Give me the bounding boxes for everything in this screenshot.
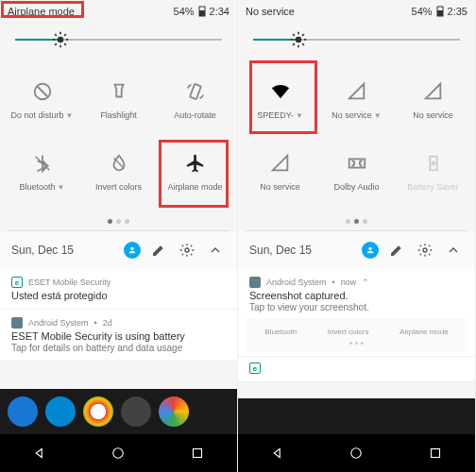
tile-signal-3[interactable]: No service [242,136,318,208]
svg-rect-13 [190,84,201,99]
tile-airplane[interactable]: Airplane mode [157,136,233,208]
battery-text: 54% [174,6,195,17]
battery-text: 54% [412,6,433,17]
signal-icon [422,80,445,103]
airplane-icon [184,152,207,175]
screenshot-preview: BluetoothInvert colorsAirplane mode [246,318,468,352]
app-camera[interactable] [121,396,151,427]
phone-left: Airplane mode 54% 2:34 Do not disturb▼ F… [0,0,238,472]
chevron-up-icon[interactable] [205,240,226,261]
svg-point-16 [130,247,133,250]
svg-point-22 [296,37,302,43]
tile-wifi[interactable]: SPEEDY-▼ [242,64,318,136]
tile-signal-2[interactable]: No service [395,64,471,136]
page-indicator [238,211,475,230]
tile-dolby[interactable]: Dolby Audio [318,136,395,208]
chevron-down-icon: ▼ [296,111,303,120]
chevron-up-icon: ⌃ [362,278,369,287]
app-messages[interactable] [45,396,76,427]
nav-back-icon[interactable] [269,445,286,462]
rotate-icon [184,80,207,103]
edit-icon[interactable] [148,240,169,261]
chevron-down-icon: ▼ [374,111,382,120]
invert-icon [108,152,130,175]
svg-point-2 [58,37,64,43]
home-apps [238,398,475,434]
brightness-icon[interactable] [51,30,70,53]
tile-invert[interactable]: Invert colors [80,136,157,208]
svg-line-8 [64,43,66,45]
nav-home-icon[interactable] [110,445,127,462]
clock-text: 2:34 [210,6,230,17]
dnd-icon [31,80,54,103]
gear-icon[interactable] [177,240,197,261]
nav-home-icon[interactable] [348,445,365,462]
svg-point-36 [423,248,427,252]
status-bar: Airplane mode 54% 2:34 [0,0,237,23]
app-phone[interactable] [8,396,38,427]
battery-icon [436,6,444,17]
svg-line-12 [37,87,47,97]
dolby-icon [346,152,368,175]
battery-saver-icon [422,152,445,175]
svg-line-27 [293,34,295,36]
date-row: Sun, Dec 15 [0,231,237,269]
gear-icon[interactable] [415,240,435,261]
tile-flashlight[interactable]: Flashlight [80,64,157,136]
status-left-text: No service [246,6,295,17]
nav-recent-icon[interactable] [427,445,444,462]
svg-point-35 [368,247,371,250]
status-right: 54% 2:35 [412,6,468,17]
app-chrome[interactable] [83,396,113,427]
android-icon [249,277,261,288]
android-icon [11,317,23,329]
svg-rect-19 [194,449,202,458]
date-row: Sun, Dec 15 [238,231,475,269]
chevron-up-icon[interactable] [443,240,464,261]
nav-recent-icon[interactable] [189,445,206,462]
tile-battery-saver[interactable]: Battery Saver [395,136,471,208]
svg-line-29 [293,43,295,45]
notification-android-system[interactable]: Android System•2d ESET Mobile Security i… [0,310,237,362]
tile-autorotate[interactable]: Auto-rotate [157,64,233,136]
clock-text: 2:35 [448,6,468,17]
brightness-slider[interactable] [0,23,237,57]
status-right: 54% 2:34 [174,6,230,17]
tile-signal-1[interactable]: No service▼ [318,64,395,136]
chevron-down-icon: ▼ [66,111,74,120]
user-icon[interactable] [362,242,379,259]
nav-bar [238,434,475,472]
svg-point-17 [185,248,189,252]
quick-tiles: Do not disturb▼ Flashlight Auto-rotate B… [0,57,237,211]
brightness-slider[interactable] [238,23,475,57]
wifi-icon [269,80,292,103]
signal-icon [346,80,368,103]
battery-icon [198,6,206,17]
notification-collapsed[interactable]: e [238,357,475,382]
page-indicator [0,211,237,230]
tile-bluetooth[interactable]: Bluetooth▼ [4,136,80,208]
svg-rect-38 [432,449,440,458]
brightness-icon[interactable] [289,30,308,53]
notification-screenshot[interactable]: Android System•now⌃ Screenshot captured.… [238,269,475,357]
signal-icon [269,152,292,175]
svg-line-9 [55,43,57,45]
date-text: Sun, Dec 15 [11,244,116,257]
svg-line-28 [302,43,304,45]
nav-bar [0,434,237,472]
chevron-down-icon: ▼ [58,183,65,192]
nav-back-icon[interactable] [31,445,48,462]
svg-rect-21 [437,10,443,16]
svg-line-7 [55,34,57,36]
eset-icon: e [11,277,23,288]
notification-eset[interactable]: eESET Mobile Security Usted está protegi… [0,269,237,310]
svg-rect-1 [199,10,205,16]
edit-icon[interactable] [386,240,407,261]
tile-dnd[interactable]: Do not disturb▼ [4,64,80,136]
app-photos[interactable] [159,396,189,427]
date-text: Sun, Dec 15 [249,244,354,257]
flashlight-icon [108,80,130,103]
user-icon[interactable] [124,242,141,259]
status-left-text: Airplane mode [8,6,75,17]
home-apps [0,389,237,434]
